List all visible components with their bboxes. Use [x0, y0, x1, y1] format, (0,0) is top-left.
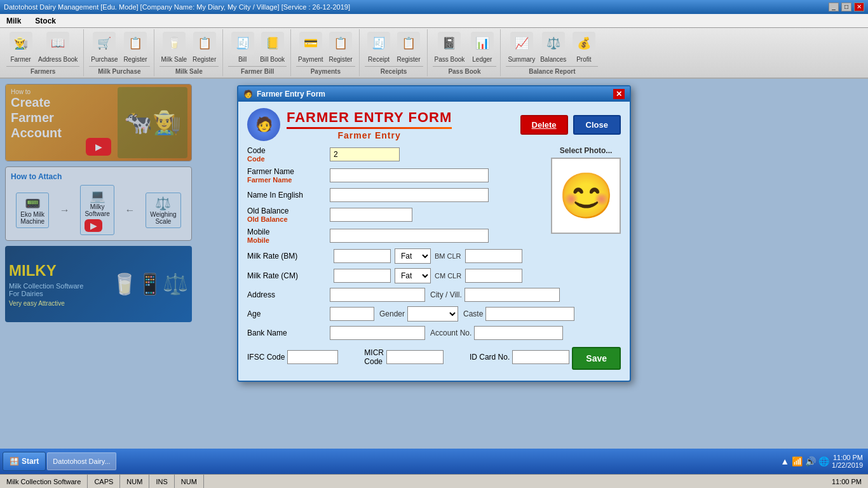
toolbar-bill-book[interactable]: 📒 Bill Book — [258, 30, 287, 65]
farmer-name-label-group: Farmer Name Farmer Name — [247, 167, 330, 184]
mobile-label-hi: Mobile — [247, 236, 330, 244]
caste-input[interactable] — [485, 307, 574, 321]
ifsc-input[interactable] — [287, 350, 338, 364]
save-button[interactable]: Save — [572, 347, 621, 370]
dialog-action-buttons: Delete Close — [520, 115, 621, 135]
minimize-btn[interactable]: _ — [829, 3, 839, 11]
ledger-icon: 📊 — [471, 32, 494, 55]
farmer-name-label-en: Farmer Name — [247, 167, 330, 176]
milk-sale-label: Milk Sale — [161, 56, 187, 64]
account-no-input[interactable] — [474, 326, 563, 340]
bm-clr-input[interactable] — [465, 249, 522, 263]
menu-milk[interactable]: Milk — [3, 15, 25, 27]
toolbar-purchase[interactable]: 🛒 Purchase — [89, 30, 119, 65]
gender-label: Gender — [379, 309, 405, 318]
farmer-name-input[interactable] — [330, 168, 489, 182]
toolbar-milk-sale[interactable]: 🥛 Milk Sale — [159, 30, 189, 65]
toolbar-balances[interactable]: ⚖️ Balances — [538, 30, 568, 65]
payment-icon: 💳 — [299, 32, 322, 55]
age-input[interactable] — [330, 307, 374, 321]
sale-register-icon: 📋 — [193, 32, 216, 55]
close-button[interactable]: Close — [573, 115, 621, 135]
toolbar-group-payments: 💳 Payment 📋 Register Payments — [292, 29, 359, 76]
mobile-input[interactable] — [330, 229, 489, 243]
age-label-group: Age — [247, 309, 330, 318]
bill-icon: 🧾 — [231, 32, 254, 55]
toolbar-summary[interactable]: 📈 Summary — [506, 30, 537, 65]
toolbar-purchase-register[interactable]: 📋 Register — [121, 30, 150, 65]
old-balance-label-group: Old Balance Old Balance — [247, 207, 330, 223]
restore-btn[interactable]: □ — [841, 3, 851, 11]
toolbar-profit[interactable]: 💰 Profit — [569, 30, 598, 65]
toolbar-bill[interactable]: 🧾 Bill — [228, 30, 257, 65]
purchase-register-label: Register — [123, 56, 147, 64]
idcard-group: ID Card No. Save — [470, 344, 621, 370]
form-row-farmer-name: Farmer Name Farmer Name — [247, 167, 545, 184]
fat-select-cm[interactable]: FatSNFCLR — [395, 268, 431, 283]
toolbar-sale-register[interactable]: 📋 Register — [190, 30, 219, 65]
address-input[interactable] — [330, 288, 425, 302]
status-num1: NUM — [120, 475, 149, 488]
dialog-subtitle: Farmer Entry — [287, 130, 452, 140]
receipt-label: Receipt — [368, 56, 390, 64]
name-english-input[interactable] — [330, 188, 489, 202]
address-book-icon: 📖 — [46, 32, 69, 55]
taskbar-item-main[interactable]: Datotohost Dairy... — [47, 452, 116, 470]
close-btn[interactable]: ✕ — [854, 3, 864, 11]
toolbar-pass-book[interactable]: 📓 Pass Book — [433, 30, 467, 65]
toolbar-address-book[interactable]: 📖 Address Book — [36, 30, 79, 65]
gender-select[interactable]: MaleFemale — [407, 306, 458, 322]
code-input[interactable] — [330, 147, 400, 161]
receipt-icon: 🧾 — [367, 32, 390, 55]
status-bar: Milk Collection Software CAPS NUM INS NU… — [0, 474, 868, 488]
cm-clr-input[interactable] — [465, 269, 522, 283]
toolbar-payment[interactable]: 💳 Payment — [296, 30, 325, 65]
toolbar-farmer[interactable]: 👨‍🌾 Farmer — [6, 30, 35, 65]
windows-icon: 🪟 — [10, 457, 19, 466]
fat-select-bm[interactable]: FatSNFCLR — [395, 248, 431, 264]
milk-rate-bm-input[interactable] — [334, 249, 391, 263]
dialog-x-button[interactable]: ✕ — [613, 89, 625, 99]
milk-rate-cm-input[interactable] — [334, 269, 391, 283]
old-balance-input[interactable] — [330, 208, 412, 222]
delete-button[interactable]: Delete — [520, 115, 568, 135]
ifsc-label: IFSC Code — [247, 353, 285, 362]
toolbar-ledger[interactable]: 📊 Ledger — [468, 30, 496, 65]
milk-rate-bm-label-group: Milk Rate (BM) — [247, 252, 330, 261]
idcard-input[interactable] — [512, 350, 569, 364]
farmer-icon: 👨‍🌾 — [10, 32, 32, 55]
balances-label: Balances — [540, 56, 566, 64]
select-photo-label[interactable]: Select Photo... — [551, 146, 621, 155]
tray-icon-up[interactable]: ▲ — [780, 456, 789, 466]
receipt-register-icon: 📋 — [397, 32, 420, 55]
toolbar-payment-register[interactable]: 📋 Register — [327, 30, 355, 65]
milk-rate-cm-label-group: Milk Rate (CM) — [247, 271, 330, 280]
photo-placeholder[interactable]: 😊 — [551, 158, 621, 234]
clock[interactable]: 11:00 PM 1/22/2019 — [832, 454, 863, 469]
dialog-title-text: Farmer Entry Form — [257, 90, 325, 98]
start-button[interactable]: 🪟 Start — [3, 452, 46, 471]
balance-report-group-label: Balance Report — [506, 66, 598, 75]
purchase-label: Purchase — [91, 56, 118, 64]
caps-label: CAPS — [94, 478, 113, 485]
account-no-label: Account No. — [430, 329, 471, 337]
bank-name-input[interactable] — [330, 326, 425, 340]
dialog-main-title: FARMER ENTRY FORM — [287, 109, 452, 126]
toolbar: 👨‍🌾 Farmer 📖 Address Book Farmers 🛒 Purc… — [0, 28, 868, 79]
start-label: Start — [22, 457, 39, 466]
title-bar-controls[interactable]: _ □ ✕ — [829, 3, 864, 11]
bill-book-label: Bill Book — [260, 56, 285, 64]
age-label: Age — [247, 309, 330, 318]
city-input[interactable] — [465, 288, 560, 302]
form-row-ifsc: IFSC Code MICRCode ID Card No. Save — [247, 344, 621, 370]
tray-icon-sound: 🔊 — [805, 456, 816, 466]
milk-sale-icon: 🥛 — [163, 32, 186, 55]
toolbar-receipt-register[interactable]: 📋 Register — [395, 30, 423, 65]
milk-rate-bm-label: Milk Rate (BM) — [247, 252, 330, 261]
bill-label: Bill — [238, 56, 247, 64]
toolbar-receipt[interactable]: 🧾 Receipt — [365, 30, 393, 65]
mobile-label-en: Mobile — [247, 227, 330, 236]
farmer-dialog: 🧑 Farmer Entry Form ✕ 🧑 FARMER ENTRY FOR… — [237, 85, 631, 382]
menu-stock[interactable]: Stock — [31, 15, 60, 27]
micr-input[interactable] — [386, 350, 444, 364]
